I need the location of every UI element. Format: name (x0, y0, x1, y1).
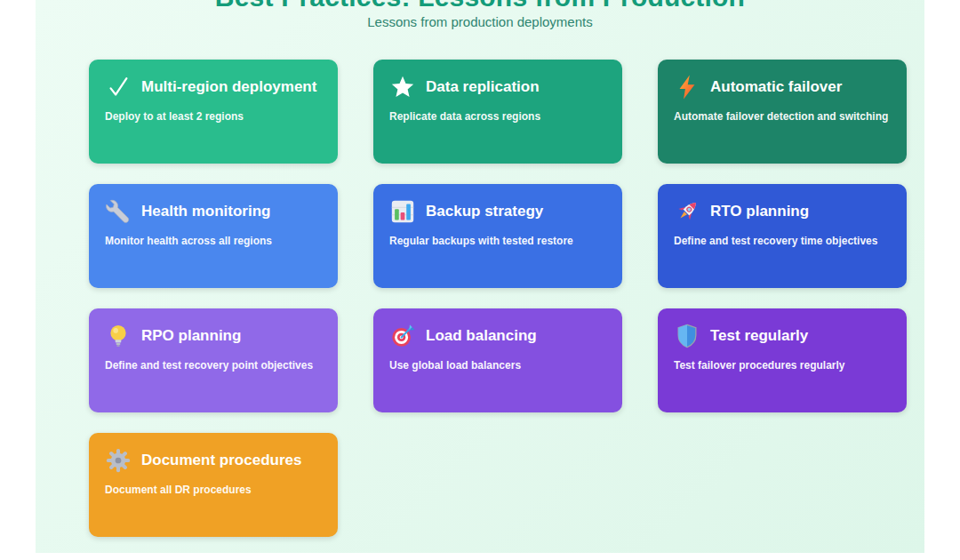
rocket-icon (674, 198, 700, 225)
card-description: Replicate data across regions (389, 108, 606, 125)
shield-icon (674, 323, 700, 349)
card-multi-region-deployment: Multi-region deployment Deploy to at lea… (89, 60, 338, 164)
check-icon (105, 74, 132, 100)
lightbulb-icon (105, 323, 132, 349)
card-document-procedures: Document procedures Document all DR proc… (89, 433, 338, 537)
star-icon (389, 74, 416, 100)
card-title: Multi-region deployment (141, 78, 316, 96)
target-icon (389, 323, 416, 349)
card-title: Load balancing (426, 327, 537, 345)
card-header: Load balancing (389, 323, 606, 349)
card-automatic-failover: Automatic failover Automate failover det… (658, 60, 907, 164)
lightning-icon (674, 74, 700, 100)
card-header: Document procedures (105, 447, 322, 474)
card-description: Define and test recovery point objective… (105, 356, 322, 374)
card-backup-strategy: Backup strategy Regular backups with tes… (373, 184, 622, 288)
card-header: Health monitoring (105, 198, 322, 225)
card-description: Document all DR procedures (105, 481, 322, 499)
card-description: Regular backups with tested restore (389, 232, 606, 250)
card-description: Automate failover detection and switchin… (674, 108, 891, 125)
card-header: Multi-region deployment (105, 74, 322, 100)
card-test-regularly: Test regularly Test failover procedures … (658, 308, 907, 412)
gear-icon (105, 447, 132, 474)
card-description: Define and test recovery time objectives (674, 232, 891, 250)
card-description: Monitor health across all regions (105, 232, 322, 250)
cards-grid: Multi-region deployment Deploy to at lea… (89, 60, 907, 537)
wrench-icon (105, 198, 132, 225)
card-title: Automatic failover (710, 78, 842, 96)
bar-chart-icon (389, 198, 416, 225)
card-description: Test failover procedures regularly (674, 356, 891, 374)
card-header: RPO planning (105, 323, 322, 349)
card-rto-planning: RTO planning Define and test recovery ti… (658, 184, 907, 288)
page-title: Best Practices: Lessons from Production (36, 0, 924, 12)
card-title: Data replication (426, 78, 540, 96)
card-header: Data replication (389, 74, 606, 100)
card-load-balancing: Load balancing Use global load balancers (373, 308, 622, 412)
card-title: Health monitoring (141, 203, 270, 220)
card-description: Deploy to at least 2 regions (105, 108, 322, 125)
card-header: Test regularly (674, 323, 891, 349)
card-title: RPO planning (141, 327, 241, 345)
card-data-replication: Data replication Replicate data across r… (373, 60, 622, 164)
card-title: Backup strategy (426, 203, 543, 220)
slide: Best Practices: Lessons from Production … (36, 0, 924, 553)
card-rpo-planning: RPO planning Define and test recovery po… (89, 308, 338, 412)
card-header: Backup strategy (389, 198, 606, 225)
card-title: Test regularly (710, 327, 808, 345)
card-title: Document procedures (141, 452, 301, 469)
card-description: Use global load balancers (389, 356, 606, 374)
card-header: RTO planning (674, 198, 891, 225)
card-header: Automatic failover (674, 74, 891, 100)
page-subtitle: Lessons from production deployments (36, 15, 924, 29)
card-health-monitoring: Health monitoring Monitor health across … (89, 184, 338, 288)
card-title: RTO planning (710, 203, 809, 220)
